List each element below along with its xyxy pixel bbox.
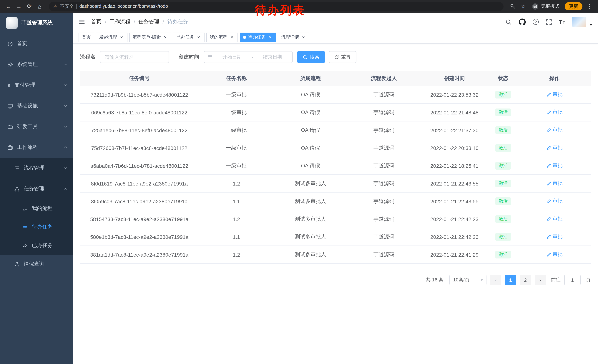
navbar-actions: ? T T xyxy=(505,17,592,27)
approve-label: 审批 xyxy=(553,198,563,205)
close-icon[interactable]: × xyxy=(119,35,124,40)
page-button-1[interactable]: 1 xyxy=(505,275,516,285)
tab-process-detail[interactable]: 流程详情 × xyxy=(278,32,309,42)
cell-task-id: a6aba0a4-7b6d-11ec-b781-acde48001122 xyxy=(80,163,199,169)
close-icon[interactable]: × xyxy=(196,35,201,40)
col-actions: 操作 xyxy=(518,75,590,82)
sidebar-item-todo-tasks[interactable]: 待办任务 xyxy=(0,218,73,236)
date-range-picker[interactable]: 开始日期 - 结束日期 xyxy=(204,51,293,63)
table-row: a6aba0a4-7b6d-11ec-b781-acde48001122 一级审… xyxy=(80,157,590,175)
browser-menu-icon[interactable]: ⋮ xyxy=(585,1,594,11)
tab-todo-tasks[interactable]: 待办任务 × xyxy=(240,32,276,42)
avatar-caret-icon[interactable] xyxy=(590,24,592,26)
home-icon[interactable]: ⌂ xyxy=(35,1,44,11)
bookmark-star-icon[interactable]: ☆ xyxy=(518,1,528,11)
security-warning-icon: ⚠ xyxy=(53,4,58,9)
cell-initiator: 芋道源码 xyxy=(347,216,421,222)
font-size-icon[interactable]: T T xyxy=(559,19,565,25)
cell-process: 测试多审批人 xyxy=(274,180,347,187)
forward-icon[interactable]: → xyxy=(14,1,24,11)
search-icon[interactable] xyxy=(505,19,512,25)
close-icon[interactable]: × xyxy=(229,35,234,40)
process-name-input[interactable] xyxy=(100,51,169,63)
address-bar[interactable]: ⚠ 不安全 dashboard.yudao.iocoder.cn/bpm/tas… xyxy=(49,2,504,11)
approve-link[interactable]: 审批 xyxy=(546,251,563,258)
cell-process: OA 请假 xyxy=(274,162,347,169)
sidebar-item-system-mgmt[interactable]: 系统管理 xyxy=(0,54,73,75)
col-task-name: 任务名称 xyxy=(199,75,274,82)
sidebar-item-done-tasks[interactable]: 已办任务 xyxy=(0,236,73,255)
reset-button-label: 重置 xyxy=(341,54,351,60)
back-icon[interactable]: ← xyxy=(4,1,13,11)
page-button-2[interactable]: 2 xyxy=(520,275,531,285)
password-key-icon[interactable] xyxy=(508,1,518,11)
status-badge: 激活 xyxy=(495,215,511,223)
breadcrumb-home[interactable]: 首页 xyxy=(91,18,101,25)
close-icon[interactable]: × xyxy=(301,35,306,40)
breadcrumb-workflow[interactable]: 工作流程 xyxy=(110,18,130,25)
dashboard-icon xyxy=(8,41,13,47)
prev-page-button[interactable]: ‹ xyxy=(490,275,501,285)
cell-created: 2022-01-22 20:33:10 xyxy=(421,145,488,151)
incognito-label: 无痕模式 xyxy=(541,3,559,9)
reload-icon[interactable]: ⟳ xyxy=(25,1,34,11)
close-icon[interactable]: × xyxy=(163,35,168,40)
status-badge: 激活 xyxy=(495,179,511,187)
cell-created: 2022-01-21 22:42:23 xyxy=(421,216,488,222)
tab-home[interactable]: 首页 xyxy=(79,32,94,42)
double-check-icon xyxy=(22,243,28,248)
approve-label: 审批 xyxy=(553,251,563,258)
flow-branch-icon xyxy=(14,186,20,192)
approve-link[interactable]: 审批 xyxy=(546,180,563,187)
tags-bar: 首页 发起流程 × 流程表单-编辑 × 已办任务 × 我的流程 × xyxy=(73,31,598,44)
chevron-down-icon xyxy=(64,83,67,87)
cell-task-name: 一级审批 xyxy=(199,91,274,98)
sidebar-item-home[interactable]: 首页 xyxy=(0,33,73,54)
avatar[interactable] xyxy=(572,17,586,27)
approve-link[interactable]: 审批 xyxy=(546,91,563,98)
sidebar-item-leave-query[interactable]: 请假查询 xyxy=(0,255,73,273)
sidebar-item-payment-mgmt[interactable]: ¥ 支付管理 xyxy=(0,75,73,96)
fullscreen-icon[interactable] xyxy=(546,19,552,25)
approve-link[interactable]: 审批 xyxy=(546,216,563,222)
sidebar-item-task-mgmt[interactable]: 任务管理 xyxy=(0,178,73,199)
goto-label: 前往 xyxy=(551,277,561,283)
cell-initiator: 芋道源码 xyxy=(347,162,421,169)
cell-created: 2022-01-21 22:41:29 xyxy=(421,252,488,258)
close-icon[interactable]: × xyxy=(267,35,273,40)
breadcrumb-task-mgmt[interactable]: 任务管理 xyxy=(139,18,159,25)
tab-start-process[interactable]: 发起流程 × xyxy=(96,32,127,42)
create-time-label: 创建时间 xyxy=(179,54,199,60)
tab-form-edit[interactable]: 流程表单-编辑 × xyxy=(129,32,171,42)
monitor-icon xyxy=(8,103,13,109)
tab-my-process[interactable]: 我的流程 × xyxy=(206,32,238,42)
cell-task-id: 069c6a63-7b8a-11ec-8ef0-acde48001122 xyxy=(80,109,199,115)
approve-link[interactable]: 审批 xyxy=(546,109,563,116)
goto-page-input[interactable] xyxy=(564,275,581,285)
update-button[interactable]: 更新 xyxy=(565,2,582,10)
cell-process: 测试多审批人 xyxy=(274,198,347,205)
sidebar-item-dev-tools[interactable]: 研发工具 xyxy=(0,116,73,137)
help-icon[interactable]: ? xyxy=(533,19,539,25)
search-button[interactable]: 搜索 xyxy=(297,51,325,63)
approve-link[interactable]: 审批 xyxy=(546,198,563,205)
approve-link[interactable]: 审批 xyxy=(546,127,563,133)
page-size-select[interactable]: 10条/页 ▾ xyxy=(449,275,486,285)
next-page-button[interactable]: › xyxy=(535,275,546,285)
hamburger-icon[interactable] xyxy=(79,18,85,25)
goto-suffix: 页 xyxy=(586,277,590,283)
sidebar-item-my-process[interactable]: 我的流程 xyxy=(0,199,73,218)
app-logo-row: 芋道管理系统 xyxy=(0,13,73,33)
sidebar-item-process-mgmt[interactable]: 流程管理 xyxy=(0,158,73,178)
sidebar-item-workflow[interactable]: 工作流程 xyxy=(0,137,73,158)
github-icon[interactable] xyxy=(519,18,526,25)
tab-done-tasks[interactable]: 已办任务 × xyxy=(173,32,205,42)
reset-button[interactable]: 重置 xyxy=(329,51,357,63)
approve-link[interactable]: 审批 xyxy=(546,234,563,240)
approve-link[interactable]: 审批 xyxy=(546,145,563,151)
yen-icon: ¥ xyxy=(8,82,11,88)
active-dot-icon xyxy=(243,36,246,39)
briefcase-icon xyxy=(8,145,13,150)
approve-link[interactable]: 审批 xyxy=(546,162,563,169)
sidebar-item-infrastructure[interactable]: 基础设施 xyxy=(0,96,73,116)
